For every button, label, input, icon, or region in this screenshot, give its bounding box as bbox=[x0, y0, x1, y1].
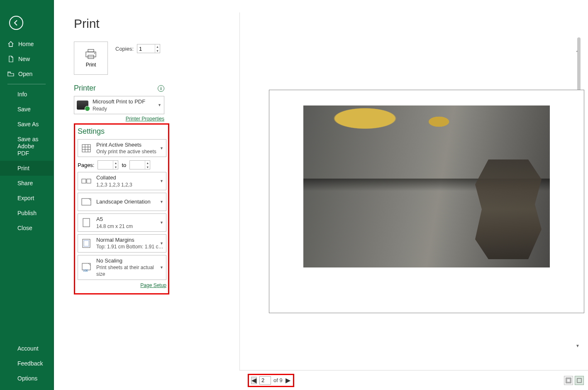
scaling-dropdown[interactable]: 100 No Scaling Print sheets at their act… bbox=[78, 255, 166, 280]
sidebar-item-share[interactable]: Share bbox=[0, 176, 53, 191]
preview-page bbox=[269, 90, 584, 313]
sidebar-item-label: Publish bbox=[17, 210, 37, 216]
printer-section-text: Printer bbox=[74, 84, 96, 93]
home-icon bbox=[7, 41, 14, 47]
scaling-icon: 100 bbox=[81, 262, 92, 273]
back-button[interactable] bbox=[9, 16, 23, 30]
folder-open-icon bbox=[7, 71, 14, 77]
sidebar-item-print[interactable]: Print bbox=[0, 161, 53, 176]
svg-rect-24 bbox=[84, 240, 89, 246]
zoom-to-page-button[interactable] bbox=[575, 376, 584, 385]
print-what-dropdown[interactable]: Print Active Sheets Only print the activ… bbox=[78, 139, 166, 157]
pages-to-spinner[interactable]: ▲▼ bbox=[129, 160, 150, 169]
print-what-title: Print Active Sheets bbox=[96, 141, 163, 149]
paper-size-dropdown[interactable]: A5 14.8 cm x 21 cm ▼ bbox=[78, 213, 166, 232]
printer-section-title: Printer i bbox=[74, 84, 164, 93]
chevron-down-icon: ▼ bbox=[160, 200, 163, 204]
margins-dropdown[interactable]: Normal Margins Top: 1.91 cm Bottom: 1.91… bbox=[78, 234, 166, 253]
collation-sub: 1,2,3 1,2,3 1,2,3 bbox=[96, 182, 163, 188]
info-icon[interactable]: i bbox=[158, 85, 164, 92]
sidebar-item-label: Save as Adobe PDF bbox=[17, 136, 46, 157]
sidebar-item-export[interactable]: Export bbox=[0, 191, 53, 206]
svg-rect-29 bbox=[577, 378, 581, 383]
print-preview: ▲ ▼ bbox=[239, 12, 581, 370]
copies-spinner[interactable]: ▲ ▼ bbox=[137, 44, 160, 53]
copies-input[interactable] bbox=[137, 44, 155, 53]
pages-row: Pages: ▲▼ to ▲▼ bbox=[78, 160, 166, 169]
orientation-dropdown[interactable]: Landscape Orientation ▼ bbox=[78, 193, 166, 211]
copies-up[interactable]: ▲ bbox=[155, 44, 160, 49]
pages-to-input[interactable] bbox=[130, 161, 145, 169]
next-page-button[interactable]: ▶ bbox=[285, 377, 291, 384]
settings-section-title: Settings bbox=[78, 127, 166, 136]
orientation-title: Landscape Orientation bbox=[96, 198, 163, 206]
pages-to-label: to bbox=[122, 162, 126, 168]
scroll-down-icon[interactable]: ▼ bbox=[576, 343, 580, 348]
pages-from-up[interactable]: ▲ bbox=[113, 161, 118, 165]
printer-status: Ready bbox=[93, 105, 161, 112]
sidebar-item-info[interactable]: Info bbox=[0, 87, 53, 102]
main-content: Print Print Copies: ▲ ▼ bbox=[55, 0, 588, 390]
sidebar-item-label: Save As bbox=[17, 121, 39, 128]
sidebar-item-label: Save bbox=[17, 106, 31, 113]
margins-icon bbox=[81, 238, 92, 249]
file-icon bbox=[7, 56, 14, 62]
current-page-input[interactable] bbox=[259, 376, 271, 385]
printer-name: Microsoft Print to PDF bbox=[93, 98, 161, 105]
sidebar-item-label: Share bbox=[17, 180, 33, 186]
sidebar-item-label: Export bbox=[17, 195, 34, 201]
sidebar-item-label: Info bbox=[17, 91, 27, 98]
pages-from-down[interactable]: ▼ bbox=[113, 165, 118, 169]
sidebar-divider bbox=[7, 84, 46, 84]
margins-sub: Top: 1.91 cm Bottom: 1.91 c… bbox=[96, 243, 163, 250]
printer-icon bbox=[84, 49, 98, 59]
svg-point-13 bbox=[94, 53, 95, 54]
pages-from-input[interactable] bbox=[98, 161, 113, 169]
settings-highlight-box: Settings Print Active Sheets Only print … bbox=[74, 123, 169, 294]
sidebar-item-save-adobe-pdf[interactable]: Save as Adobe PDF bbox=[0, 132, 53, 161]
svg-rect-10 bbox=[86, 52, 96, 57]
printer-properties-link[interactable]: Printer Properties bbox=[74, 116, 164, 122]
svg-rect-22 bbox=[83, 218, 90, 227]
pages-to-up[interactable]: ▲ bbox=[145, 161, 150, 165]
sidebar-item-account[interactable]: Account bbox=[0, 341, 53, 356]
sidebar-item-label: Options bbox=[17, 375, 37, 382]
print-settings-column: Print Copies: ▲ ▼ Printer i Mi bbox=[74, 42, 219, 294]
scaling-title: No Scaling bbox=[96, 257, 163, 265]
collation-dropdown[interactable]: Collated 1,2,3 1,2,3 1,2,3 ▼ bbox=[78, 172, 166, 190]
preview-image bbox=[303, 105, 550, 267]
sidebar-item-close[interactable]: Close bbox=[0, 221, 53, 235]
show-margins-button[interactable] bbox=[564, 376, 573, 385]
sidebar-item-save[interactable]: Save bbox=[0, 102, 53, 117]
page-total-label: of 9 bbox=[273, 377, 283, 383]
svg-rect-19 bbox=[82, 179, 86, 183]
print-what-sub: Only print the active sheets bbox=[96, 148, 163, 155]
pages-from-spinner[interactable]: ▲▼ bbox=[98, 160, 118, 169]
chevron-down-icon: ▼ bbox=[158, 103, 161, 107]
sidebar-item-new[interactable]: New bbox=[0, 52, 53, 66]
sidebar-item-label: Close bbox=[17, 225, 32, 231]
svg-rect-20 bbox=[87, 179, 91, 183]
print-button[interactable]: Print bbox=[74, 42, 108, 75]
sidebar-item-save-as[interactable]: Save As bbox=[0, 117, 53, 132]
printer-dropdown[interactable]: Microsoft Print to PDF Ready ▼ bbox=[74, 96, 164, 114]
sidebar-item-feedback[interactable]: Feedback bbox=[0, 356, 53, 371]
prev-page-button[interactable]: ◀ bbox=[251, 377, 257, 384]
sidebar-item-label: Open bbox=[18, 71, 32, 77]
collation-title: Collated bbox=[96, 174, 163, 182]
sidebar-item-label: New bbox=[18, 56, 30, 62]
sidebar-item-open[interactable]: Open bbox=[0, 66, 53, 81]
sidebar-item-label: Home bbox=[18, 41, 34, 47]
page-setup-link[interactable]: Page Setup bbox=[78, 282, 166, 288]
copies-down[interactable]: ▼ bbox=[155, 49, 160, 53]
svg-text:100: 100 bbox=[83, 269, 88, 272]
sidebar-item-options[interactable]: Options bbox=[0, 371, 53, 386]
sheets-icon bbox=[81, 142, 92, 154]
copies-label: Copies: bbox=[115, 46, 134, 52]
sidebar-item-home[interactable]: Home bbox=[0, 37, 53, 52]
pages-to-down[interactable]: ▼ bbox=[145, 165, 150, 169]
preview-footer: ◀ of 9 ▶ bbox=[239, 370, 588, 390]
pager-highlight-box: ◀ of 9 ▶ bbox=[248, 374, 294, 387]
sidebar-item-publish[interactable]: Publish bbox=[0, 206, 53, 221]
printer-status-icon bbox=[77, 99, 88, 111]
